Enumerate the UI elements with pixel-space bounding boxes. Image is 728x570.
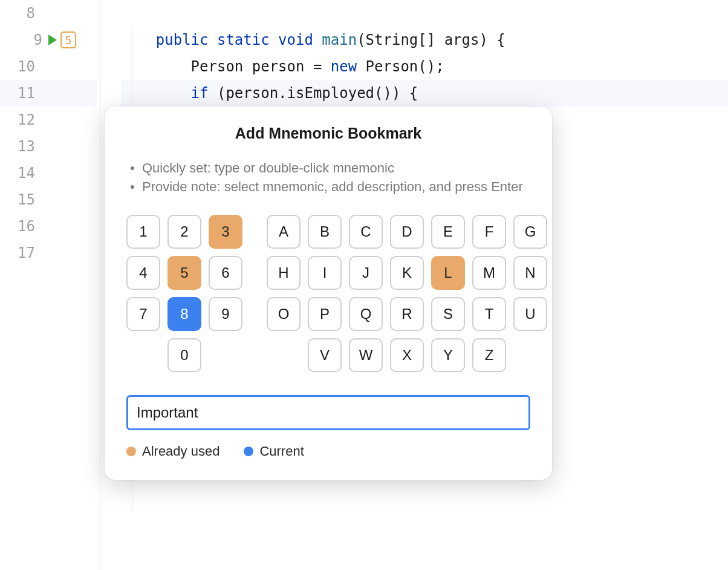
description-input[interactable] <box>126 395 530 430</box>
mnemonic-key-x[interactable]: X <box>390 338 424 372</box>
mnemonic-key-q[interactable]: Q <box>349 297 383 331</box>
mnemonic-key-h[interactable]: H <box>267 256 301 290</box>
mnemonic-key-u[interactable]: U <box>513 297 547 331</box>
mnemonic-key-c[interactable]: C <box>349 215 383 249</box>
mnemonic-key-b[interactable]: B <box>308 215 342 249</box>
code-token <box>270 31 278 48</box>
code-token <box>313 31 322 48</box>
gutter-divider <box>100 0 100 570</box>
instruction-item: Quickly set: type or double-click mnemon… <box>126 159 530 178</box>
mnemonic-key-j[interactable]: J <box>349 256 383 290</box>
mnemonic-key-d[interactable]: D <box>390 215 424 249</box>
gutter-line[interactable]: 17 <box>0 240 97 266</box>
popup-title: Add Mnemonic Bookmark <box>126 125 530 142</box>
code-token: (String[] args) { <box>357 31 505 48</box>
popup-instructions: Quickly set: type or double-click mnemon… <box>126 159 530 197</box>
mnemonic-key-g[interactable]: G <box>513 215 547 249</box>
code-line[interactable]: Person person = new Person(); <box>121 53 728 80</box>
legend-current-label: Current <box>259 444 304 459</box>
code-token: if <box>191 85 209 102</box>
mnemonic-key-7[interactable]: 7 <box>126 297 160 331</box>
gutter-line[interactable]: 15 <box>0 186 97 213</box>
legend-current: Current <box>244 444 304 459</box>
line-number: 14 <box>5 165 35 182</box>
code-token: (person.isEmployed()) { <box>209 85 418 102</box>
mnemonic-key-v[interactable]: V <box>308 338 342 372</box>
mnemonic-key-r[interactable]: R <box>390 297 424 331</box>
code-token: static <box>217 31 270 48</box>
mnemonic-key-5[interactable]: 5 <box>167 256 201 290</box>
bookmark-badge[interactable]: 5 <box>60 31 76 48</box>
gutter-line[interactable]: 11 <box>0 80 97 106</box>
code-token: new <box>331 58 357 75</box>
code-token: main <box>322 31 357 48</box>
mnemonic-key-f[interactable]: F <box>472 215 506 249</box>
mnemonic-bookmark-popup: Add Mnemonic Bookmark Quickly set: type … <box>105 106 552 480</box>
mnemonic-key-m[interactable]: M <box>472 256 506 290</box>
code-editor: 8951011121314151617 public static void m… <box>0 0 728 570</box>
mnemonic-key-t[interactable]: T <box>472 297 506 331</box>
line-number: 13 <box>5 138 35 155</box>
run-icon[interactable] <box>48 34 57 45</box>
code-token: Person(); <box>357 58 444 75</box>
legend-dot-current <box>244 447 253 456</box>
gutter-line[interactable]: 8 <box>0 0 97 27</box>
line-number: 11 <box>5 85 35 102</box>
line-number: 10 <box>5 58 35 75</box>
code-token: void <box>278 31 313 48</box>
mnemonic-key-8[interactable]: 8 <box>167 297 201 331</box>
mnemonic-key-l[interactable]: L <box>431 256 465 290</box>
legend-dot-used <box>126 447 136 456</box>
mnemonic-key-4[interactable]: 4 <box>126 256 160 290</box>
mnemonic-key-s[interactable]: S <box>431 297 465 331</box>
mnemonic-key-k[interactable]: K <box>390 256 424 290</box>
code-line[interactable]: public static void main(String[] args) { <box>121 27 728 53</box>
mnemonic-key-p[interactable]: P <box>308 297 342 331</box>
gutter-line[interactable]: 95 <box>0 27 97 53</box>
alpha-keys: ABCDEFGHIJKLMNOPQRSTUVWXYZ <box>267 215 547 372</box>
mnemonic-key-i[interactable]: I <box>308 256 342 290</box>
code-token: Person person = <box>191 58 331 75</box>
mnemonic-key-6[interactable]: 6 <box>209 256 242 290</box>
gutter-line[interactable]: 16 <box>0 213 97 240</box>
code-token <box>209 31 217 48</box>
mnemonic-key-2[interactable]: 2 <box>167 215 201 249</box>
mnemonic-key-w[interactable]: W <box>349 338 383 372</box>
mnemonic-key-1[interactable]: 1 <box>126 215 160 249</box>
mnemonic-key-a[interactable]: A <box>267 215 301 249</box>
gutter-line[interactable]: 10 <box>0 53 97 80</box>
line-number: 12 <box>5 111 35 128</box>
mnemonic-key-3[interactable]: 3 <box>209 215 242 249</box>
mnemonic-key-y[interactable]: Y <box>431 338 465 372</box>
legend-used: Already used <box>126 444 219 459</box>
gutter: 8951011121314151617 <box>0 0 102 570</box>
numeric-keys: 1234567890 <box>126 215 242 372</box>
code-line[interactable]: if (person.isEmployed()) { <box>121 80 728 106</box>
legend: Already used Current <box>126 444 530 459</box>
mnemonic-key-0[interactable]: 0 <box>167 338 201 372</box>
mnemonic-key-n[interactable]: N <box>513 256 547 290</box>
line-number: 9 <box>12 31 42 48</box>
line-number: 16 <box>5 218 35 235</box>
code-line[interactable] <box>121 0 728 27</box>
code-token: public <box>156 31 209 48</box>
mnemonic-keys: 1234567890 ABCDEFGHIJKLMNOPQRSTUVWXYZ <box>126 215 530 372</box>
line-number: 15 <box>5 191 35 208</box>
gutter-line[interactable]: 14 <box>0 160 97 186</box>
gutter-line[interactable]: 13 <box>0 133 97 160</box>
instruction-item: Provide note: select mnemonic, add descr… <box>126 178 530 197</box>
gutter-line[interactable]: 12 <box>0 106 97 133</box>
mnemonic-key-e[interactable]: E <box>431 215 465 249</box>
line-number: 17 <box>5 244 35 261</box>
mnemonic-key-o[interactable]: O <box>267 297 301 331</box>
mnemonic-key-9[interactable]: 9 <box>209 297 242 331</box>
line-number: 8 <box>5 5 35 22</box>
legend-used-label: Already used <box>142 444 219 459</box>
mnemonic-key-z[interactable]: Z <box>472 338 506 372</box>
